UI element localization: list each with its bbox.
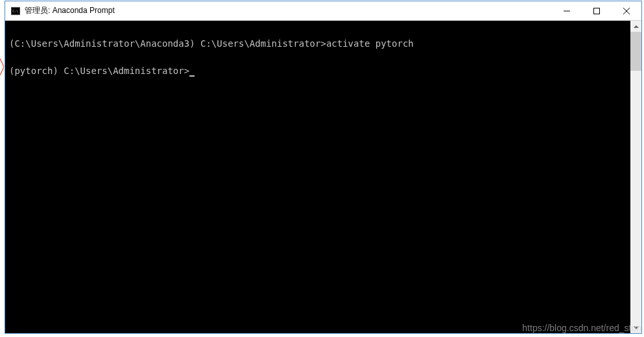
terminal-blank-line (9, 23, 626, 37)
svg-text:C:\: C:\ (12, 8, 18, 12)
left-red-accent (0, 58, 4, 75)
svg-rect-4 (594, 8, 600, 14)
prompt-text: (pytorch) C:\Users\Administrator> (9, 66, 189, 76)
titlebar[interactable]: C:\ 管理员: Anaconda Prompt (5, 1, 641, 21)
app-icon: C:\ (10, 6, 21, 16)
scroll-thumb[interactable] (630, 32, 641, 71)
terminal-window: C:\ 管理员: Anaconda Prompt (C:\Users\Admin… (5, 1, 642, 334)
terminal-area[interactable]: (C:\Users\Administrator\Anaconda3) C:\Us… (5, 21, 630, 333)
terminal-line-2: (pytorch) C:\Users\Administrator> (9, 64, 626, 78)
cursor-icon (189, 75, 195, 77)
prompt-text: (C:\Users\Administrator\Anaconda3) C:\Us… (9, 38, 326, 49)
vertical-scrollbar[interactable] (630, 21, 641, 333)
close-button[interactable] (612, 1, 641, 20)
window-controls (552, 1, 641, 20)
window-title: 管理员: Anaconda Prompt (25, 5, 552, 16)
minimize-button[interactable] (552, 1, 582, 20)
maximize-button[interactable] (582, 1, 612, 20)
scroll-down-button[interactable] (630, 322, 641, 333)
terminal-blank-line (9, 51, 626, 64)
scroll-up-button[interactable] (630, 21, 641, 32)
terminal-area-wrap: (C:\Users\Administrator\Anaconda3) C:\Us… (5, 21, 641, 333)
terminal-line-1: (C:\Users\Administrator\Anaconda3) C:\Us… (9, 37, 626, 51)
command-text: activate pytorch (326, 38, 414, 49)
